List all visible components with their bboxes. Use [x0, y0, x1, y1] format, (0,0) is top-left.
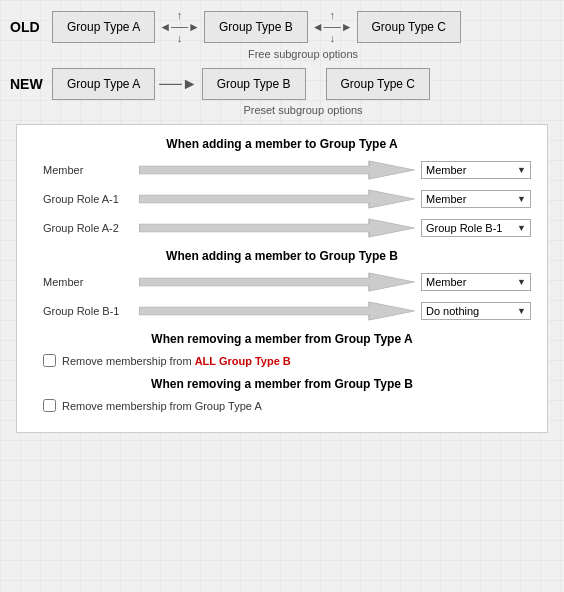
svg-marker-2	[139, 219, 415, 237]
remove-b-label: Remove membership from Group Type A	[62, 400, 262, 412]
svg-marker-4	[139, 302, 415, 320]
remove-b-checkbox-row: Remove membership from Group Type A	[33, 399, 531, 412]
old-group-a: Group Type A	[52, 11, 155, 43]
mapping-row-b-1: Group Role B-1 Member Group Role B-1 Do …	[33, 300, 531, 322]
select-a-0[interactable]: Member Group Role A-1 Group Role A-2 Do …	[421, 161, 531, 179]
mapping-row-a-2: Group Role A-2 Member Group Role B-1 Gro…	[33, 217, 531, 239]
old-group-c: Group Type C	[357, 11, 461, 43]
bidirectional-arrow-ab: ↑ ◄──► ↓	[159, 10, 200, 44]
old-group-b: Group Type B	[204, 11, 308, 43]
new-group-a: Group Type A	[52, 68, 155, 100]
settings-panel: When adding a member to Group Type A Mem…	[16, 124, 548, 433]
mapping-row-a-1: Group Role A-1 Member Group Role A-1 Gro…	[33, 188, 531, 210]
remove-a-checkbox[interactable]	[43, 354, 56, 367]
select-b-0[interactable]: Member Group Role A-1 Do nothing	[421, 273, 531, 291]
label-a-2: Group Role A-2	[43, 222, 133, 234]
new-label: NEW	[10, 76, 52, 92]
remove-a-label: Remove membership from ALL Group Type B	[62, 355, 291, 367]
free-subgroup-note: Free subgroup options	[52, 48, 554, 60]
select-a-2[interactable]: Member Group Role B-1 Group Role B-1 Do …	[421, 219, 531, 237]
section-a-title: When adding a member to Group Type A	[33, 137, 531, 151]
big-arrow-a-2	[139, 217, 415, 239]
preset-subgroup-note: Preset subgroup options	[52, 104, 554, 116]
select-a-1[interactable]: Member Group Role A-1 Group Role A-2 Do …	[421, 190, 531, 208]
new-group-c: Group Type C	[326, 68, 430, 100]
big-arrow-a-0	[139, 159, 415, 181]
big-arrow-b-1	[139, 300, 415, 322]
select-wrapper-a-0[interactable]: Member Group Role A-1 Group Role A-2 Do …	[421, 161, 531, 179]
select-wrapper-b-1[interactable]: Member Group Role B-1 Do nothing	[421, 302, 531, 320]
remove-b-checkbox[interactable]	[43, 399, 56, 412]
remove-b-title: When removing a member from Group Type B	[33, 377, 531, 391]
label-b-0: Member	[43, 276, 133, 288]
svg-marker-0	[139, 161, 415, 179]
label-a-0: Member	[43, 164, 133, 176]
section-b-title: When adding a member to Group Type B	[33, 249, 531, 263]
new-group-b: Group Type B	[202, 68, 306, 100]
remove-a-title: When removing a member from Group Type A	[33, 332, 531, 346]
svg-marker-3	[139, 273, 415, 291]
bidirectional-arrow-bc: ↑ ◄──► ↓	[312, 10, 353, 44]
select-wrapper-b-0[interactable]: Member Group Role A-1 Do nothing	[421, 273, 531, 291]
label-a-1: Group Role A-1	[43, 193, 133, 205]
label-b-1: Group Role B-1	[43, 305, 133, 317]
select-wrapper-a-1[interactable]: Member Group Role A-1 Group Role A-2 Do …	[421, 190, 531, 208]
select-b-1[interactable]: Member Group Role B-1 Do nothing	[421, 302, 531, 320]
big-arrow-b-0	[139, 271, 415, 293]
oneway-arrow-ab: ──►	[159, 75, 198, 93]
old-label: OLD	[10, 19, 52, 35]
remove-a-checkbox-row: Remove membership from ALL Group Type B	[33, 354, 531, 367]
svg-marker-1	[139, 190, 415, 208]
big-arrow-a-1	[139, 188, 415, 210]
select-wrapper-a-2[interactable]: Member Group Role B-1 Group Role B-1 Do …	[421, 219, 531, 237]
remove-a-highlight: ALL Group Type B	[195, 355, 291, 367]
mapping-row-a-0: Member Member Group Role A-1 Group Role …	[33, 159, 531, 181]
mapping-row-b-0: Member Member Group Role A-1 Do nothing	[33, 271, 531, 293]
